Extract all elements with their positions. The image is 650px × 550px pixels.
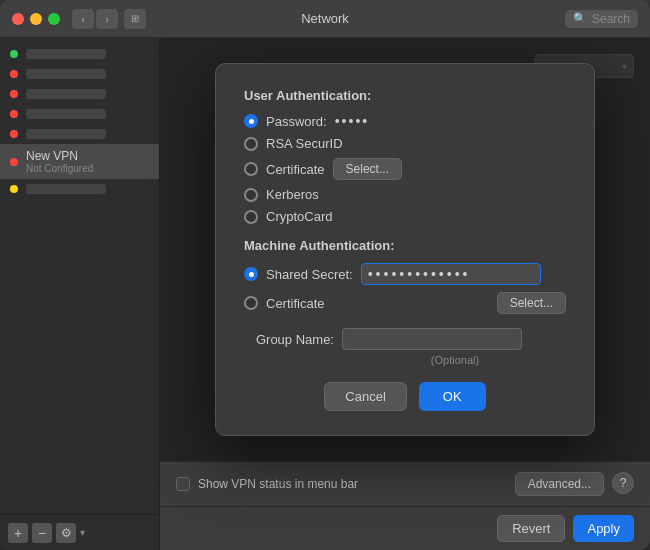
advanced-button[interactable]: Advanced...: [515, 472, 604, 496]
sidebar-item-text: New VPN Not Configured: [26, 149, 149, 174]
select2-button[interactable]: Select...: [497, 292, 566, 314]
show-vpn-row: Show VPN status in menu bar: [176, 477, 358, 491]
search-icon: 🔍: [573, 12, 587, 25]
minimize-button[interactable]: [30, 13, 42, 25]
sidebar-item-new-vpn[interactable]: New VPN Not Configured: [0, 144, 159, 179]
shared-secret-label: Shared Secret:: [266, 267, 353, 282]
modal-buttons: Cancel OK: [244, 382, 566, 411]
cryptocard-radio[interactable]: [244, 210, 258, 224]
dropdown-chevron-icon: ▾: [80, 527, 85, 538]
optional-hint: (Optional): [344, 354, 566, 366]
password-radio-row: Password: •••••: [244, 113, 566, 129]
sidebar: New VPN Not Configured + − ⚙ ▾: [0, 38, 160, 550]
action-buttons: Revert Apply: [160, 506, 650, 550]
nav-back-button[interactable]: ‹: [72, 9, 94, 29]
kerberos-radio[interactable]: [244, 188, 258, 202]
show-vpn-checkbox[interactable]: [176, 477, 190, 491]
bottom-buttons: Advanced... ?: [515, 472, 634, 496]
certificate-label: Certificate: [266, 162, 325, 177]
titlebar: ‹ › ⊞ Network 🔍 Search: [0, 0, 650, 38]
sidebar-item-3[interactable]: [0, 84, 159, 104]
add-button[interactable]: +: [8, 523, 28, 543]
sidebar-item-content: [26, 49, 106, 59]
cancel-button[interactable]: Cancel: [324, 382, 406, 411]
bottom-bar: Show VPN status in menu bar Advanced... …: [160, 461, 650, 506]
revert-button[interactable]: Revert: [497, 515, 565, 542]
user-auth-title: User Authentication:: [244, 88, 566, 103]
certificate-radio[interactable]: [244, 162, 258, 176]
window-body: New VPN Not Configured + − ⚙ ▾: [0, 38, 650, 550]
kerberos-radio-row: Kerberos: [244, 187, 566, 202]
status-dot-red: [10, 130, 18, 138]
shared-secret-radio[interactable]: [244, 267, 258, 281]
sidebar-item-sub: Not Configured: [26, 163, 149, 174]
sidebar-item-5[interactable]: [0, 124, 159, 144]
shared-secret-input[interactable]: [361, 263, 541, 285]
rsa-label: RSA SecurID: [266, 136, 343, 151]
modal-overlay: User Authentication: Password: ••••• RSA…: [160, 38, 650, 461]
status-dot-yellow: [10, 185, 18, 193]
kerberos-label: Kerberos: [266, 187, 319, 202]
password-label: Password:: [266, 114, 327, 129]
status-dot-red: [10, 110, 18, 118]
settings-button[interactable]: ⚙: [56, 523, 76, 543]
group-name-label: Group Name:: [244, 332, 334, 347]
certificate2-radio-row: Certificate Select...: [244, 292, 566, 314]
traffic-lights: [12, 13, 60, 25]
password-value: •••••: [335, 113, 370, 129]
certificate2-radio[interactable]: [244, 296, 258, 310]
password-radio[interactable]: [244, 114, 258, 128]
maximize-button[interactable]: [48, 13, 60, 25]
select-button[interactable]: Select...: [333, 158, 402, 180]
sidebar-item-name: New VPN: [26, 149, 149, 163]
remove-button[interactable]: −: [32, 523, 52, 543]
network-window: ‹ › ⊞ Network 🔍 Search: [0, 0, 650, 550]
grid-button[interactable]: ⊞: [124, 9, 146, 29]
machine-auth-title: Machine Authentication:: [244, 238, 566, 253]
status-dot-green: [10, 50, 18, 58]
shared-secret-radio-row: Shared Secret:: [244, 263, 566, 285]
sidebar-item-2[interactable]: [0, 64, 159, 84]
cryptocard-label: CryptoCard: [266, 209, 332, 224]
sidebar-item-content: [26, 129, 106, 139]
search-box[interactable]: 🔍 Search: [565, 10, 638, 28]
window-title: Network: [301, 11, 349, 26]
sidebar-item-content: [26, 109, 106, 119]
ok-button[interactable]: OK: [419, 382, 486, 411]
content-area: ▾ User Authentication: Password: •••••: [160, 38, 650, 461]
sidebar-item-content: [26, 89, 106, 99]
authentication-modal: User Authentication: Password: ••••• RSA…: [215, 63, 595, 436]
show-vpn-label: Show VPN status in menu bar: [198, 477, 358, 491]
status-dot-red: [10, 158, 18, 166]
certificate2-label: Certificate: [266, 296, 325, 311]
search-placeholder: Search: [592, 12, 630, 26]
rsa-radio-row: RSA SecurID: [244, 136, 566, 151]
group-name-input[interactable]: [342, 328, 522, 350]
main-content: ▾ User Authentication: Password: •••••: [160, 38, 650, 550]
sidebar-item-4[interactable]: [0, 104, 159, 124]
sidebar-footer: + − ⚙ ▾: [0, 514, 159, 550]
rsa-radio[interactable]: [244, 137, 258, 151]
sidebar-item-1[interactable]: [0, 44, 159, 64]
sidebar-list: New VPN Not Configured: [0, 38, 159, 514]
status-dot-red: [10, 70, 18, 78]
group-name-row: Group Name:: [244, 328, 566, 350]
nav-forward-button[interactable]: ›: [96, 9, 118, 29]
status-dot-red: [10, 90, 18, 98]
certificate-radio-row: Certificate Select...: [244, 158, 566, 180]
apply-button[interactable]: Apply: [573, 515, 634, 542]
sidebar-item-content: [26, 69, 106, 79]
sidebar-item-7[interactable]: [0, 179, 159, 199]
cryptocard-radio-row: CryptoCard: [244, 209, 566, 224]
nav-arrows: ‹ ›: [72, 9, 118, 29]
close-button[interactable]: [12, 13, 24, 25]
help-button[interactable]: ?: [612, 472, 634, 494]
sidebar-item-content: [26, 184, 106, 194]
